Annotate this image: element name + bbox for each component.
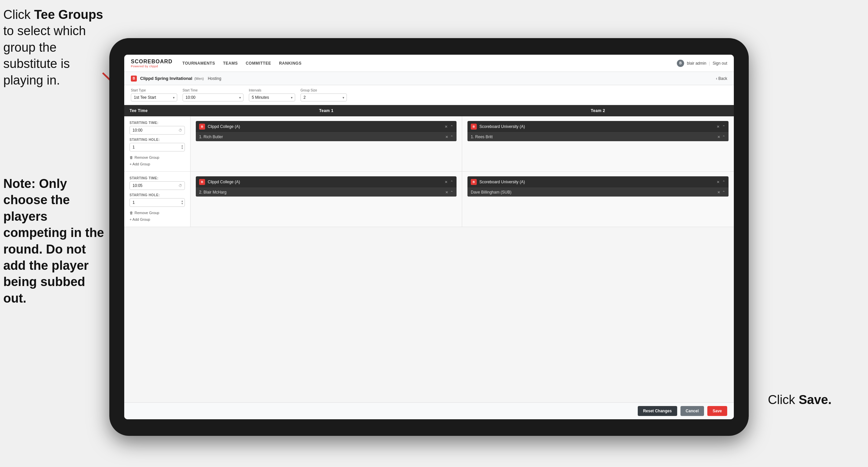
group2-hole-label: STARTING HOLE:: [129, 193, 185, 197]
group1-time-label: STARTING TIME:: [129, 121, 185, 125]
group1-team2-logo: B: [471, 124, 477, 129]
group1-team1-player1-chevron-icon[interactable]: ⌃: [450, 135, 453, 139]
group1-team1-chevron-icon[interactable]: ⌃: [450, 125, 453, 129]
cancel-button[interactable]: Cancel: [681, 406, 704, 416]
group2-remove-button[interactable]: 🗑 Remove Group: [129, 210, 185, 215]
group1-team2-player1-controls: ✕ ⌃: [717, 135, 725, 139]
group1-team1-header: B Clippd College (A) ✕ ⌃: [196, 121, 457, 132]
group1-time-input[interactable]: [129, 126, 185, 135]
th-tee-time: Tee Time: [124, 105, 190, 116]
group2-time-input[interactable]: [129, 181, 185, 190]
start-type-wrap: 1st Tee Start: [131, 93, 177, 101]
group2-clock-icon: ⏱: [179, 184, 182, 187]
user-name: blair admin: [687, 61, 706, 66]
group1-actions: 🗑 Remove Group + Add Group: [129, 155, 185, 167]
group-size-select[interactable]: 2: [301, 93, 347, 101]
group2-team2-player1-chevron-icon[interactable]: ⌃: [722, 190, 725, 195]
group2-team2-card: B Scoreboard University (A) ✕ ⌃ Dave Bil…: [467, 176, 728, 197]
group1-team1-controls: ✕ ⌃: [444, 125, 453, 129]
group2-team1-logo-letter: B: [201, 180, 204, 184]
sub-header: B Clippd Spring Invitational (Men) Hosti…: [124, 72, 734, 85]
group2-team2-chevron-icon[interactable]: ⌃: [722, 180, 725, 184]
group1-team2-chevron-icon[interactable]: ⌃: [722, 125, 725, 129]
group2-team2-player1-controls: ✕ ⌃: [717, 190, 725, 195]
note-bold-prefix: Note:: [3, 177, 39, 191]
group1-team1-player1-x-icon[interactable]: ✕: [445, 135, 448, 139]
intervals-label: Intervals: [249, 88, 295, 92]
group1-team2-logo-letter: B: [473, 125, 475, 128]
group2-team1-player1-chevron-icon[interactable]: ⌃: [450, 190, 453, 195]
group2-team2-player1-x-icon[interactable]: ✕: [717, 190, 720, 195]
start-type-field: Start Type 1st Tee Start: [131, 88, 177, 101]
group2-time-wrap: ⏱: [129, 181, 185, 190]
group2-team2-player1-name: Dave Billingham (SUB): [471, 190, 715, 195]
group2-team1-logo: B: [199, 179, 205, 185]
instruction-text-2: to select which group the substitute is …: [3, 24, 86, 87]
group1-team2-player1-chevron-icon[interactable]: ⌃: [722, 135, 725, 139]
group1-team2-header: B Scoreboard University (A) ✕ ⌃: [467, 121, 728, 132]
start-time-label: Start Time: [183, 88, 244, 92]
group1-team2-player1-x-icon[interactable]: ✕: [717, 135, 720, 139]
group1-team1-card: B Clippd College (A) ✕ ⌃ 1. Rich Butler: [196, 121, 457, 141]
group2-time-label: STARTING TIME:: [129, 176, 185, 180]
config-row: Start Type 1st Tee Start Start Time Inte…: [124, 85, 734, 105]
group1-remove-button[interactable]: 🗑 Remove Group: [129, 155, 185, 160]
group2-hole-wrap: ▲ ▼: [129, 198, 185, 207]
group1-add-button[interactable]: + Add Group: [129, 162, 185, 167]
group2-team1-x-icon[interactable]: ✕: [444, 180, 447, 184]
tournament-name: Clippd Spring Invitational: [140, 76, 192, 81]
group2-team1-player1-name: 2. Blair McHarg: [199, 190, 443, 195]
group1-team1-logo-letter: B: [201, 125, 204, 128]
group1-team1-x-icon[interactable]: ✕: [444, 125, 447, 129]
group2-team1-player1-x-icon[interactable]: ✕: [445, 190, 448, 195]
sign-out-link[interactable]: Sign out: [713, 61, 727, 66]
group2-team2-panel: B Scoreboard University (A) ✕ ⌃ Dave Bil…: [462, 172, 734, 227]
group1-team2-controls: ✕ ⌃: [717, 125, 725, 129]
group2-team2-controls: ✕ ⌃: [717, 180, 725, 184]
sub-header-logo: B: [131, 76, 137, 82]
start-time-wrap: [183, 93, 244, 101]
group2-hole-arrows: ▲ ▼: [181, 200, 184, 205]
group1-team1-player1-name: 1. Rich Butler: [199, 135, 443, 139]
logo-main-text: SCOREBOARD: [131, 59, 173, 65]
group1-team1-player1: 1. Rich Butler ✕ ⌃: [196, 132, 457, 141]
group2-team1-chevron-icon[interactable]: ⌃: [450, 180, 453, 184]
group2-remove-label: Remove Group: [134, 211, 159, 215]
nav-tournaments[interactable]: TOURNAMENTS: [183, 60, 215, 67]
nav-teams[interactable]: TEAMS: [223, 60, 238, 67]
group2-team2-x-icon[interactable]: ✕: [717, 180, 720, 184]
tournament-gender: (Men): [194, 77, 204, 81]
group2-add-button[interactable]: + Add Group: [129, 217, 185, 222]
start-time-input[interactable]: [183, 93, 244, 101]
back-button[interactable]: ‹ Back: [716, 76, 727, 81]
group1-clock-icon: ⏱: [179, 128, 182, 132]
click-save-text-1: Click: [768, 393, 799, 407]
logo-sub-text: Powered by clippd: [131, 65, 173, 68]
nav-committee[interactable]: COMMITTEE: [246, 60, 271, 67]
group-size-label: Group Size: [301, 88, 347, 92]
th-team2: Team 2: [462, 105, 734, 116]
start-time-field: Start Time: [183, 88, 244, 101]
group-size-wrap: 2: [301, 93, 347, 101]
group1-hole-label: STARTING HOLE:: [129, 138, 185, 142]
main-content: STARTING TIME: ⏱ STARTING HOLE: ▲ ▼: [124, 116, 734, 402]
nav-rankings[interactable]: RANKINGS: [279, 60, 302, 67]
group1-team2-x-icon[interactable]: ✕: [717, 125, 720, 129]
app-logo: SCOREBOARD Powered by clippd: [131, 59, 173, 68]
group1-add-label: + Add Group: [129, 162, 150, 166]
nav-menu: TOURNAMENTS TEAMS COMMITTEE RANKINGS: [183, 60, 677, 67]
user-menu: B blair admin | Sign out: [677, 60, 727, 67]
group1-team2-player1: 1. Rees Britt ✕ ⌃: [467, 132, 728, 141]
sub-logo-letter: B: [132, 77, 135, 80]
tee-group-row-2: STARTING TIME: ⏱ STARTING HOLE: ▲ ▼: [124, 172, 734, 227]
note-text: Only choose the players competing in the…: [3, 177, 104, 305]
group2-hole-input[interactable]: [129, 198, 185, 207]
group2-left-panel: STARTING TIME: ⏱ STARTING HOLE: ▲ ▼: [124, 172, 190, 227]
save-button[interactable]: Save: [707, 406, 727, 416]
start-type-select[interactable]: 1st Tee Start: [131, 93, 177, 101]
group1-hole-input[interactable]: [129, 143, 185, 151]
group2-team1-player1: 2. Blair McHarg ✕ ⌃: [196, 187, 457, 197]
reset-changes-button[interactable]: Reset Changes: [638, 406, 677, 416]
avatar: B: [677, 60, 684, 67]
intervals-select[interactable]: 5 Minutes: [249, 93, 295, 101]
